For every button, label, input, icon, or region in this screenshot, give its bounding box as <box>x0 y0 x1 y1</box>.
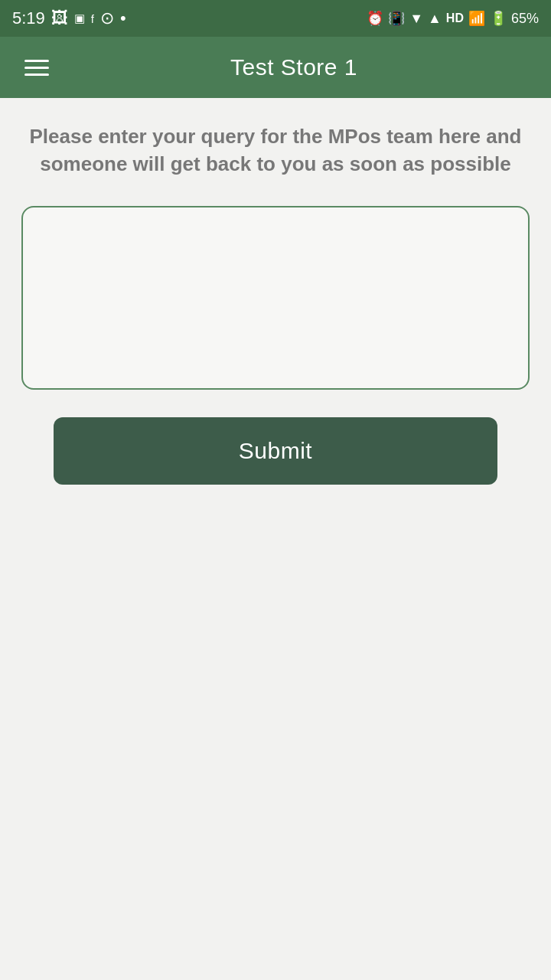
main-content: Please enter your query for the MPos tea… <box>0 98 551 980</box>
vibrate-icon: 📳 <box>388 10 405 27</box>
status-bar: 5:19 🖼 ▣ f ⊙ • ⏰ 📳 ▼ ▲ HD 📶 🔋 65% <box>0 0 551 37</box>
dot-icon: • <box>120 8 126 28</box>
app-bar: Test Store 1 <box>0 37 551 98</box>
wifi-icon: ▼ <box>409 11 423 27</box>
status-bar-right: ⏰ 📳 ▼ ▲ HD 📶 🔋 65% <box>367 10 539 27</box>
query-description: Please enter your query for the MPos tea… <box>21 122 530 178</box>
submit-button[interactable]: Submit <box>54 417 497 485</box>
hamburger-line-2 <box>24 67 49 69</box>
menu-button[interactable] <box>18 54 55 82</box>
sim-icon: ▣ <box>74 11 85 25</box>
hamburger-line-1 <box>24 60 49 62</box>
battery-icon: 🔋 <box>490 10 507 27</box>
status-time: 5:19 <box>12 8 45 28</box>
signal-bars: 📶 <box>468 10 485 27</box>
facebook-icon: f <box>91 12 94 25</box>
hamburger-line-3 <box>24 74 49 76</box>
signal-icon: ▲ <box>428 11 442 27</box>
query-textarea[interactable] <box>21 206 530 390</box>
photo-icon: 🖼 <box>51 8 68 28</box>
alarm-icon: ⏰ <box>367 10 383 27</box>
hd-badge: HD <box>446 11 464 25</box>
battery-level: 65% <box>511 11 539 27</box>
circle-icon: ⊙ <box>100 8 114 28</box>
app-title: Test Store 1 <box>55 54 533 80</box>
status-bar-left: 5:19 🖼 ▣ f ⊙ • <box>12 8 126 28</box>
